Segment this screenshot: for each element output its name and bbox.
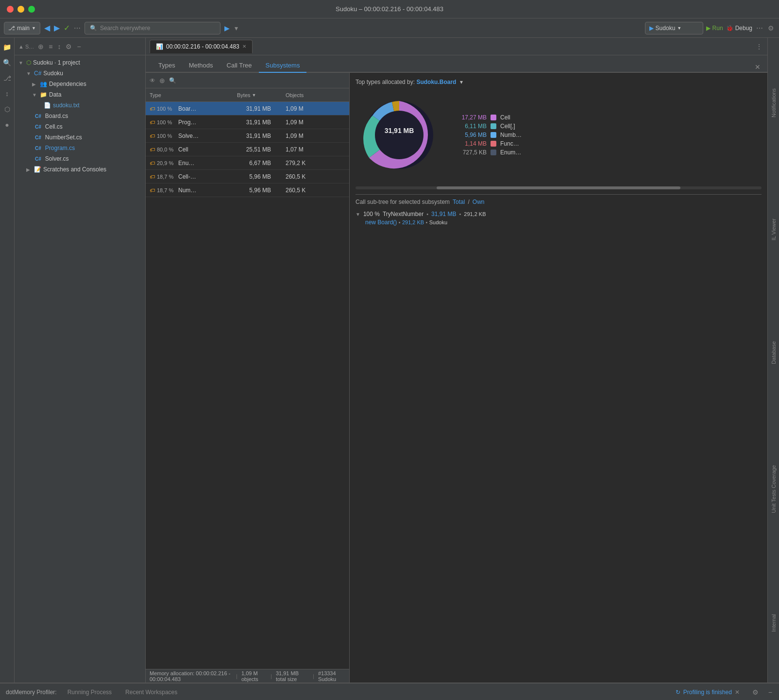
explorer-icon[interactable]: 📁 [2, 42, 13, 52]
checkmark-btn[interactable]: ✓ [63, 22, 71, 33]
minimize-btn[interactable] [17, 6, 24, 13]
window-title: Sudoku – 00:00:02.216 - 00:00:04.483 [336, 5, 443, 13]
search-sidebar-icon[interactable]: 🔍 [2, 57, 13, 68]
own-link[interactable]: Own [473, 199, 485, 205]
tab-more-btn[interactable]: ⋮ [755, 42, 763, 51]
right-sidebar: Notifications IL Viewer Database Unit Te… [767, 38, 779, 683]
nav-dropdown-icon[interactable]: ▾ [234, 23, 239, 33]
tree-item-board[interactable]: C# Board.cs [15, 111, 145, 121]
col-bytes[interactable]: Bytes ▼ [237, 92, 286, 98]
nav-forward-icon[interactable]: ▶ [223, 23, 231, 33]
type-icon: 🏷 [150, 119, 155, 125]
eye-icon[interactable]: 👁 [150, 77, 155, 84]
tree-item-program[interactable]: C# Program.cs [15, 143, 145, 153]
window-controls[interactable] [7, 6, 35, 13]
recent-workspaces-btn[interactable]: Recent Workspaces [122, 688, 180, 697]
database-label[interactable]: Database [771, 337, 777, 368]
project-selector[interactable]: ▶ Sudoku ▼ [645, 22, 703, 34]
minimize-bottom-btn[interactable]: − [767, 687, 773, 697]
run-icon: ▶ [706, 25, 711, 32]
dropdown-icon[interactable]: ▾ [460, 79, 463, 85]
table-row[interactable]: 🏷 20,9 % Enu… 6,67 MB 279,2 K [146, 156, 349, 170]
legend-color [491, 141, 496, 147]
call-tree-item-2[interactable]: new Board() • 291,2 KB • Sudoku [356, 219, 762, 226]
tab-methods[interactable]: Methods [182, 59, 220, 73]
type-icon: 🏷 [150, 133, 155, 139]
txt-file-icon: 📄 [44, 102, 51, 109]
table-status-bar: Memory allocation: 00:00:02.216 - 00:00:… [146, 669, 349, 683]
table-row[interactable]: 🏷 80,0 % Cell 25,51 MB 1,07 M [146, 143, 349, 156]
cs-icon-5: C# [35, 156, 41, 162]
debug-button[interactable]: 🐞 Debug [726, 25, 752, 32]
close-panel-icon[interactable]: − [76, 42, 82, 51]
sort-icon-bytes: ▼ [252, 93, 256, 98]
legend-color [491, 123, 496, 129]
tree-item-solver[interactable]: C# Solver.cs [15, 153, 145, 164]
scratches-icon: 📝 [34, 166, 41, 173]
maximize-btn[interactable] [28, 6, 35, 13]
git-icon[interactable]: ⎇ [2, 73, 13, 83]
close-content-icon[interactable]: ✕ [754, 62, 762, 72]
git-icon: ⎇ [8, 25, 15, 32]
more-btn[interactable]: ⋯ [73, 23, 82, 33]
back-btn[interactable]: ◀ [43, 22, 51, 33]
table-header: Type Bytes ▼ Objects [146, 88, 349, 102]
running-process-btn[interactable]: Running Process [65, 688, 115, 697]
search-bar[interactable]: 🔍 Search everywhere [85, 22, 220, 34]
table-row[interactable]: 🏷 100 % Solve… 31,91 MB 1,09 M [146, 129, 349, 143]
branch-selector[interactable]: ⎇ main ▼ [4, 22, 40, 34]
table-row[interactable]: 🏷 100 % Boar… 31,91 MB 1,09 M [146, 102, 349, 116]
settings-icon[interactable]: ⚙ [767, 23, 775, 33]
tree-item-deps[interactable]: ▶ 👥 Dependencies [15, 79, 145, 89]
legend-item: 727,5 KB Enum… [453, 149, 522, 156]
il-viewer-label[interactable]: IL Viewer [771, 215, 777, 244]
sort-icon[interactable]: ↕ [56, 42, 62, 51]
internal-label[interactable]: Internal [771, 610, 777, 636]
commit-icon[interactable]: ● [2, 119, 13, 130]
profiling-close-btn[interactable]: ✕ [735, 689, 740, 696]
dotmemory-title: dotMemory Profiler: [6, 689, 57, 696]
collapse-icon[interactable]: ≡ [48, 42, 53, 51]
more-options-btn[interactable]: ⋯ [755, 23, 764, 33]
legend-color [491, 132, 496, 138]
unit-tests-label[interactable]: Unit Tests Coverage [771, 461, 777, 517]
tree-item-numberset[interactable]: C# NumberSet.cs [15, 132, 145, 143]
table-row[interactable]: 🏷 18,7 % Num… 5,96 MB 260,5 K [146, 183, 349, 197]
add-row-icon[interactable]: ⊕ [158, 76, 166, 85]
tab-bar: 📊 00:00:02.216 - 00:00:04.483 ✕ ⋮ [146, 38, 767, 55]
type-icon: 🏷 [150, 174, 155, 180]
tree-item-sudoku-txt[interactable]: 📄 sudoku.txt [15, 100, 145, 111]
settings-panel-icon[interactable]: ⚙ [65, 42, 73, 51]
close-btn[interactable] [7, 6, 14, 13]
table-row[interactable]: 🏷 100 % Prog… 31,91 MB 1,09 M [146, 116, 349, 129]
cs-icon: C# [35, 114, 41, 119]
profile-tab[interactable]: 📊 00:00:02.216 - 00:00:04.483 ✕ [150, 40, 253, 53]
table-row[interactable]: 🏷 18,7 % Cell-… 5,96 MB 260,5 K [146, 170, 349, 183]
tree-item-sudoku[interactable]: ▼ C# Sudoku [15, 68, 145, 79]
run-button[interactable]: ▶ Run [706, 25, 723, 32]
tree-item-scratches[interactable]: ▶ 📝 Scratches and Consoles [15, 164, 145, 175]
deps-icon: 👥 [40, 81, 47, 87]
cs-icon-4: C# [35, 146, 41, 151]
debug-sidebar-icon[interactable]: ⬡ [2, 104, 13, 115]
forward-btn[interactable]: ▶ [53, 22, 61, 33]
tab-subsystems[interactable]: Subsystems [259, 59, 307, 73]
tab-types[interactable]: Types [152, 59, 182, 73]
chart-scrollbar[interactable] [356, 186, 762, 189]
total-link[interactable]: Total [453, 199, 465, 205]
call-tree-item-1[interactable]: ▼ 100 % TryNextNumber • 31,91 MB • 291,2… [356, 209, 762, 219]
notifications-label[interactable]: Notifications [771, 84, 777, 121]
tree-item-cell[interactable]: C# Cell.cs [15, 121, 145, 132]
title-bar: Sudoku – 00:00:02.216 - 00:00:04.483 [0, 0, 779, 18]
pull-requests-icon[interactable]: ↕ [2, 88, 13, 99]
profiler-settings-btn[interactable]: ⚙ [751, 687, 760, 697]
tree-item-data[interactable]: ▼ 📁 Data [15, 89, 145, 100]
tree-root[interactable]: ▼ ⬡ Sudoku · 1 project [15, 57, 145, 68]
tab-close-btn[interactable]: ✕ [242, 44, 246, 49]
legend-item: 5,96 MB Numb… [453, 132, 522, 138]
add-file-icon[interactable]: ⊕ [37, 42, 45, 51]
bug-icon: 🐞 [726, 25, 733, 32]
table-search-input[interactable] [169, 77, 345, 84]
file-tree: ▼ ⬡ Sudoku · 1 project ▼ C# Sudoku ▶ 👥 D… [15, 55, 145, 683]
tab-call-tree[interactable]: Call Tree [220, 59, 259, 73]
